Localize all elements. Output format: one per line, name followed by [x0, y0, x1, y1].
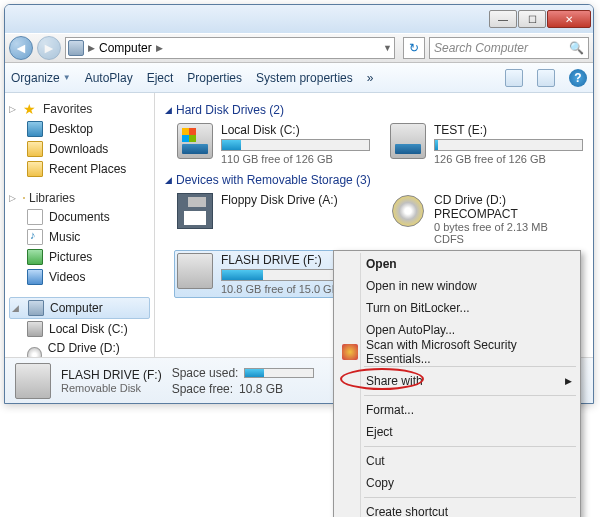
back-button[interactable]: ◄ — [9, 36, 33, 60]
usb-drive-icon — [15, 363, 51, 399]
collapse-icon: ◢ — [165, 175, 172, 185]
system-properties-button[interactable]: System properties — [256, 71, 353, 85]
menu-open-new-window[interactable]: Open in new window — [336, 275, 578, 297]
menu-open[interactable]: Open — [336, 253, 578, 275]
menu-share-with[interactable]: Share with▶ — [336, 370, 578, 392]
help-icon[interactable]: ? — [569, 69, 587, 87]
folder-icon — [27, 141, 43, 157]
sidebar-item-videos[interactable]: Videos — [9, 267, 150, 287]
details-name: FLASH DRIVE (F:) — [61, 368, 162, 382]
shield-icon — [342, 344, 358, 360]
eject-button[interactable]: Eject — [147, 71, 174, 85]
close-button[interactable]: ✕ — [547, 10, 591, 28]
drive-floppy-a[interactable]: Floppy Disk Drive (A:) — [177, 193, 370, 245]
chevron-right-icon: ▶ — [88, 43, 95, 53]
menu-format[interactable]: Format... — [336, 399, 578, 421]
properties-button[interactable]: Properties — [187, 71, 242, 85]
chevron-right-icon: ▶ — [156, 43, 163, 53]
pictures-icon — [27, 249, 43, 265]
libraries-header[interactable]: ▷Libraries — [9, 189, 150, 207]
folder-icon — [27, 161, 43, 177]
menu-bitlocker[interactable]: Turn on BitLocker... — [336, 297, 578, 319]
refresh-button[interactable]: ↻ — [403, 37, 425, 59]
menu-eject[interactable]: Eject — [336, 421, 578, 443]
drive-cd-d[interactable]: CD Drive (D:) PRECOMPACT 0 bytes free of… — [390, 193, 583, 245]
sidebar-item-documents[interactable]: Documents — [9, 207, 150, 227]
details-type: Removable Disk — [61, 382, 162, 394]
usb-drive-icon — [177, 253, 213, 289]
preview-pane-icon[interactable] — [537, 69, 555, 87]
music-icon — [27, 229, 43, 245]
command-bar: Organize ▼ AutoPlay Eject Properties Sys… — [5, 63, 593, 93]
menu-copy[interactable]: Copy — [336, 472, 578, 494]
hdd-icon — [177, 123, 213, 159]
desktop-icon — [27, 121, 43, 137]
view-icon[interactable] — [505, 69, 523, 87]
collapse-icon: ◢ — [165, 105, 172, 115]
sidebar-item-desktop[interactable]: Desktop — [9, 119, 150, 139]
cd-icon — [27, 347, 42, 357]
sidebar-item-recent[interactable]: Recent Places — [9, 159, 150, 179]
context-menu: Open Open in new window Turn on BitLocke… — [333, 250, 581, 517]
floppy-icon — [177, 193, 213, 229]
organize-button[interactable]: Organize ▼ — [11, 71, 71, 85]
sidebar-item-downloads[interactable]: Downloads — [9, 139, 150, 159]
address-bar[interactable]: ▶ Computer ▶ ▼ — [65, 37, 395, 59]
computer-icon — [68, 40, 84, 56]
search-placeholder: Search Computer — [434, 41, 528, 55]
dropdown-icon[interactable]: ▼ — [383, 43, 392, 53]
submenu-arrow-icon: ▶ — [565, 376, 572, 386]
sidebar-item-music[interactable]: Music — [9, 227, 150, 247]
drive-local-c[interactable]: Local Disk (C:) 110 GB free of 126 GB — [177, 123, 370, 165]
more-button[interactable]: » — [367, 71, 374, 85]
sidebar-item-computer[interactable]: ◢Computer — [9, 297, 150, 319]
autoplay-button[interactable]: AutoPlay — [85, 71, 133, 85]
menu-cut[interactable]: Cut — [336, 450, 578, 472]
libraries-icon — [23, 197, 25, 199]
hdd-section-header[interactable]: ◢Hard Disk Drives (2) — [165, 103, 583, 117]
nav-toolbar: ◄ ► ▶ Computer ▶ ▼ ↻ Search Computer 🔍 — [5, 33, 593, 63]
documents-icon — [27, 209, 43, 225]
maximize-button[interactable]: ☐ — [518, 10, 546, 28]
titlebar: — ☐ ✕ — [5, 5, 593, 33]
forward-button[interactable]: ► — [37, 36, 61, 60]
drive-test-e[interactable]: TEST (E:) 126 GB free of 126 GB — [390, 123, 583, 165]
minimize-button[interactable]: — — [489, 10, 517, 28]
videos-icon — [27, 269, 43, 285]
hdd-icon — [390, 123, 426, 159]
star-icon: ★ — [23, 101, 39, 117]
computer-icon — [28, 300, 44, 316]
sidebar-item-cd-drive[interactable]: CD Drive (D:) PRE… — [9, 339, 150, 357]
sidebar-item-local-disk[interactable]: Local Disk (C:) — [9, 319, 150, 339]
sidebar-item-pictures[interactable]: Pictures — [9, 247, 150, 267]
search-box[interactable]: Search Computer 🔍 — [429, 37, 589, 59]
favorites-header[interactable]: ▷★Favorites — [9, 99, 150, 119]
breadcrumb-location[interactable]: Computer — [99, 41, 152, 55]
drive-icon — [27, 321, 43, 337]
search-icon: 🔍 — [569, 41, 584, 55]
navigation-pane: ▷★Favorites Desktop Downloads Recent Pla… — [5, 93, 155, 357]
removable-section-header[interactable]: ◢Devices with Removable Storage (3) — [165, 173, 583, 187]
menu-create-shortcut[interactable]: Create shortcut — [336, 501, 578, 517]
cd-icon — [392, 195, 424, 227]
menu-scan[interactable]: Scan with Microsoft Security Essentials.… — [336, 341, 578, 363]
